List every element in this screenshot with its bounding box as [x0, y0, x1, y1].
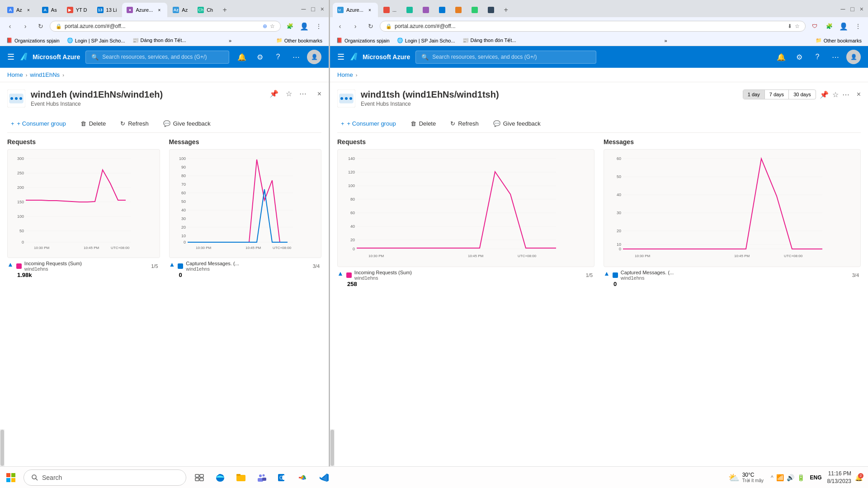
bookmark-1[interactable]: 📕 Organizations spjain	[4, 37, 62, 44]
tab-yt[interactable]: ▶ YT D	[62, 3, 92, 17]
more-bookmarks-right[interactable]: »	[662, 37, 670, 44]
bookmark-r1[interactable]: 📕 Organizations spjain	[334, 37, 392, 44]
more-header-btn-left[interactable]: ⋯	[289, 50, 303, 64]
tab-r7[interactable]	[467, 3, 482, 17]
maximize-btn-right[interactable]: □	[849, 5, 856, 13]
favorite-btn-right[interactable]: ☆	[832, 90, 839, 99]
consumer-group-btn-left[interactable]: + + Consumer group	[7, 118, 70, 129]
tab-as[interactable]: A As	[38, 3, 61, 17]
clock-display[interactable]: 11:16 PM 8/13/2023	[827, 470, 851, 485]
notifications-btn-right[interactable]: 🔔	[774, 50, 788, 64]
scroll-thumb-left[interactable]	[0, 430, 4, 466]
extensions-btn-left[interactable]: 🧩	[283, 20, 296, 33]
volume-icon[interactable]: 🔊	[787, 474, 794, 481]
forward-btn-left[interactable]: ›	[19, 20, 32, 33]
bookmark-3[interactable]: 📰 Dáng thon đón Tết...	[130, 37, 189, 44]
maximize-btn-left[interactable]: □	[309, 5, 316, 13]
back-btn-right[interactable]: ‹	[334, 20, 346, 33]
legend-expand-messages-right[interactable]: ▲	[604, 270, 610, 277]
back-btn-left[interactable]: ‹	[4, 20, 16, 33]
breadcrumb-ns-left[interactable]: wind1EhNs	[30, 71, 60, 78]
start-button[interactable]	[0, 467, 22, 488]
settings-btn-left[interactable]: ⚙	[253, 50, 267, 64]
time-30day-btn[interactable]: 30 days	[789, 90, 816, 99]
legend-expand-requests-left[interactable]: ▲	[7, 261, 14, 268]
time-1day-btn[interactable]: 1 day	[743, 90, 765, 99]
tab-13[interactable]: 13 13 Li	[93, 3, 122, 17]
language-indicator[interactable]: ENG	[808, 474, 824, 481]
vscode-icon[interactable]	[315, 468, 334, 487]
legend-expand-messages-left[interactable]: ▲	[169, 261, 175, 268]
chrome-icon[interactable]	[294, 468, 313, 487]
new-tab-button-right[interactable]: +	[500, 4, 512, 16]
feedback-btn-left[interactable]: 💬 Give feedback	[160, 118, 214, 129]
profile-btn-left[interactable]: 👤	[298, 20, 311, 33]
help-btn-right[interactable]: ?	[810, 50, 825, 64]
address-bar-right[interactable]: 🔒 portal.azure.com/#@off... ⬇ ☆	[380, 21, 806, 32]
tab-active[interactable]: ● Azure... ×	[122, 3, 167, 17]
minimize-btn-left[interactable]: ─	[299, 5, 307, 13]
breadcrumb-home-left[interactable]: Home	[7, 71, 23, 78]
forward-btn-right[interactable]: ›	[349, 20, 362, 33]
resource-close-btn-right[interactable]: ×	[857, 90, 861, 99]
overflow-btn-left[interactable]: ⋯	[299, 89, 307, 98]
reload-btn-right[interactable]: ↻	[364, 20, 377, 33]
outlook-icon[interactable]: O	[273, 468, 292, 487]
bookmark-r2[interactable]: 🌐 Login | SP Jain Scho...	[394, 37, 458, 44]
more-bookmarks-left[interactable]: »	[226, 37, 234, 44]
close-btn-left[interactable]: ×	[319, 5, 326, 13]
teams-icon[interactable]	[252, 468, 271, 487]
tab-r8[interactable]	[483, 3, 499, 17]
more-btn-right[interactable]: ⋮	[852, 20, 864, 33]
minimize-btn-right[interactable]: ─	[839, 5, 847, 13]
file-explorer-icon[interactable]	[231, 468, 250, 487]
tab-az2[interactable]: Az Az	[168, 3, 192, 17]
breadcrumb-home-right[interactable]: Home	[337, 71, 353, 78]
more-btn-left[interactable]: ⋮	[312, 20, 325, 33]
scrollbar-right[interactable]	[330, 429, 335, 466]
refresh-btn-left[interactable]: ↻ Refresh	[117, 118, 152, 129]
notifications-btn-left[interactable]: 🔔	[235, 50, 249, 64]
help-btn-left[interactable]: ?	[271, 50, 285, 64]
time-7day-btn[interactable]: 7 days	[765, 90, 789, 99]
star-icon-left[interactable]: ☆	[270, 23, 275, 29]
scroll-thumb-right[interactable]	[330, 430, 334, 466]
task-view-btn[interactable]	[190, 468, 209, 487]
tab-ch[interactable]: Ch Ch	[193, 3, 217, 17]
favorite-btn-left[interactable]: ☆	[286, 89, 292, 98]
taskbar-search[interactable]: Search	[24, 469, 186, 486]
bookmark-r3[interactable]: 📰 Dáng thon đón Tết...	[460, 37, 519, 44]
reload-btn-left[interactable]: ↻	[34, 20, 47, 33]
new-tab-button-left[interactable]: +	[218, 4, 231, 16]
delete-btn-left[interactable]: 🗑 Delete	[77, 118, 110, 129]
bookmark-2[interactable]: 🌐 Login | SP Jain Scho...	[64, 37, 128, 44]
more-header-btn-right[interactable]: ⋯	[828, 50, 843, 64]
star-icon-right[interactable]: ☆	[795, 23, 800, 29]
azure-search-left[interactable]: 🔍 Search resources, services, and docs (…	[85, 51, 229, 64]
bookmark-folder-left[interactable]: 📁 Other bookmarks	[274, 37, 325, 44]
tab-close-1[interactable]: ×	[25, 6, 32, 14]
tab-az[interactable]: A Az ×	[3, 3, 37, 17]
settings-btn-right[interactable]: ⚙	[792, 50, 807, 64]
pin-btn-left[interactable]: 📌	[269, 89, 278, 98]
hamburger-menu-right[interactable]: ☰	[337, 52, 344, 62]
tab-r5[interactable]	[434, 3, 450, 17]
hidden-icons-btn[interactable]: ^	[771, 474, 774, 481]
azure-search-right[interactable]: 🔍 Search resources, services, and docs (…	[415, 51, 596, 64]
pin-btn-right[interactable]: 📌	[820, 90, 829, 99]
tab-close-5[interactable]: ×	[156, 6, 163, 14]
legend-expand-requests-right[interactable]: ▲	[337, 270, 344, 277]
close-btn-right[interactable]: ×	[858, 5, 865, 13]
consumer-group-btn-right[interactable]: + + Consumer group	[337, 118, 400, 129]
tab-close-r1[interactable]: ×	[366, 6, 373, 14]
tab-r2[interactable]: ...	[379, 3, 401, 17]
refresh-btn-right[interactable]: ↻ Refresh	[447, 118, 482, 129]
feedback-btn-right[interactable]: 💬 Give feedback	[490, 118, 544, 129]
edge-browser-icon[interactable]	[211, 468, 230, 487]
profile-icon-right[interactable]: 👤	[837, 20, 850, 33]
weather-widget[interactable]: ⛅ 30°C Trời ít mây	[725, 472, 767, 483]
notification-badge[interactable]: 🔔 2	[855, 474, 863, 481]
scrollbar-left[interactable]	[0, 429, 5, 466]
delete-btn-right[interactable]: 🗑 Delete	[407, 118, 440, 129]
bookmark-folder-right[interactable]: 📁 Other bookmarks	[813, 37, 864, 44]
